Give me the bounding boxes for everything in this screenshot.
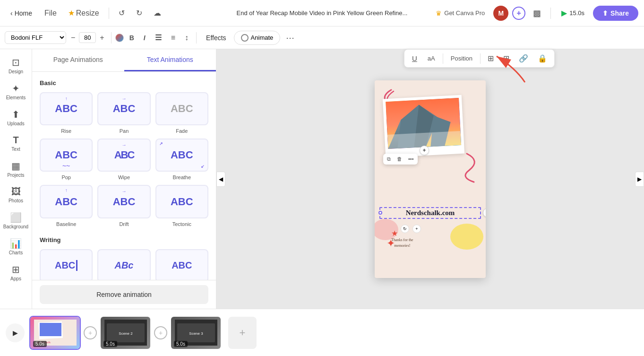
align-button[interactable]: ☰ xyxy=(151,31,165,44)
add-between-2-3[interactable]: + xyxy=(154,326,167,339)
photo-copy-button[interactable]: ⧉ xyxy=(384,155,394,164)
avatar[interactable]: M xyxy=(493,6,508,21)
animation-tectonic[interactable]: ABC Tectonic xyxy=(155,185,208,226)
resize-handle-left[interactable] xyxy=(378,211,382,215)
add-element-button[interactable]: + xyxy=(420,146,429,155)
font-size-decrease-button[interactable]: − xyxy=(68,33,78,43)
animate-button[interactable]: Animate xyxy=(234,31,281,45)
timeline-track-2[interactable]: Scene 2 5.0s xyxy=(100,316,151,350)
link-button[interactable]: 🔗 xyxy=(515,52,532,65)
ascend-preview: ABc xyxy=(97,249,150,280)
tectonic-text: ABC xyxy=(171,196,193,208)
breathe-preview: ↗ ↙ ABC xyxy=(155,139,208,172)
animation-typewriter[interactable]: ABC Typewriter xyxy=(40,249,93,280)
file-button[interactable]: File xyxy=(41,6,60,20)
font-family-select[interactable]: Bodoni FLF xyxy=(5,31,66,44)
undo-button[interactable]: ↺ xyxy=(115,6,129,20)
effects-button[interactable]: Effects xyxy=(200,31,232,44)
collapse-panel-button[interactable]: ◀ xyxy=(216,172,225,187)
more-options-button[interactable]: ⋯ xyxy=(282,30,298,45)
share-button[interactable]: ⬆ Share xyxy=(593,6,638,21)
tectonic-label: Tectonic xyxy=(172,221,191,227)
animation-pop[interactable]: 〜〜 ABC Pop xyxy=(40,139,93,180)
animation-baseline[interactable]: ↑ ABC Baseline xyxy=(40,185,93,226)
sidebar-item-design[interactable]: ⊡ Design xyxy=(2,53,30,78)
wipe-arrow-icon: → xyxy=(121,142,126,148)
selected-text-box[interactable]: Nerdschalk.com ↺ xyxy=(379,207,481,219)
animation-ascend[interactable]: ABc Ascend xyxy=(97,249,150,280)
tab-text-label: Text Animations xyxy=(147,56,193,63)
divider xyxy=(109,8,109,19)
font-size-increase-button[interactable]: + xyxy=(97,33,107,43)
design-icon: ⊡ xyxy=(12,57,20,68)
timeline-track-1[interactable]: nerdschalk 5.0s xyxy=(29,316,81,350)
add-collaborator-button[interactable]: + xyxy=(512,7,525,20)
writing-animations-grid: ABC Typewriter ABc Ascend ABC Shift xyxy=(40,249,208,280)
add-between-1-2[interactable]: + xyxy=(84,326,97,339)
sidebar-item-elements[interactable]: ✦ Elements xyxy=(2,79,30,104)
sidebar-item-uploads[interactable]: ⬆ Uploads xyxy=(2,105,30,130)
play-icon: ▶ xyxy=(561,9,567,17)
timeline-track-3[interactable]: Scene 3 5.0s xyxy=(170,316,222,350)
typewriter-text: ABC xyxy=(55,260,77,271)
lock-button[interactable]: 🔒 xyxy=(534,52,550,65)
timeline-play-button[interactable]: ▶ xyxy=(6,323,25,342)
analytics-button[interactable]: ▩ xyxy=(529,5,545,21)
uploads-label: Uploads xyxy=(7,121,25,126)
sidebar-item-photos[interactable]: 🖼 Photos xyxy=(2,182,30,207)
svg-text:Scene 3: Scene 3 xyxy=(189,331,203,336)
home-button[interactable]: ‹ Home xyxy=(6,7,37,20)
italic-button[interactable]: I xyxy=(140,32,149,44)
basic-section-title: Basic xyxy=(40,79,208,87)
preview-play-button[interactable]: ▶ 15.0s xyxy=(557,6,589,20)
ascend-text: ABc xyxy=(114,260,133,271)
text-label: Text xyxy=(11,147,20,152)
animation-breathe[interactable]: ↗ ↙ ABC Breathe xyxy=(155,139,208,180)
resize-button[interactable]: ★ Resize xyxy=(64,6,103,20)
sidebar-item-apps[interactable]: ⊞ Apps xyxy=(2,260,30,285)
add-scene-button[interactable]: + xyxy=(228,317,257,349)
position-button[interactable]: Position xyxy=(447,52,476,64)
bold-button[interactable]: B xyxy=(126,32,138,44)
text-color-picker[interactable] xyxy=(115,34,124,42)
photo-more-button[interactable]: ••• xyxy=(405,155,417,164)
get-canva-pro-button[interactable]: ♛ Get Canva Pro xyxy=(431,7,489,20)
track-1-duration-value: 5.0s xyxy=(35,341,44,347)
file-label: File xyxy=(44,9,57,17)
rotate-handle[interactable]: ↺ xyxy=(483,208,486,217)
topbar-left: ‹ Home File ★ Resize ↺ ↻ ☁ xyxy=(6,6,165,20)
expand-panel-button[interactable]: ▶ xyxy=(635,172,644,187)
redo-button[interactable]: ↻ xyxy=(132,6,146,20)
style-button[interactable]: ⊞ xyxy=(484,52,497,65)
animation-drift[interactable]: → ABC Drift xyxy=(97,185,150,226)
photo-delete-button[interactable]: 🗑 xyxy=(394,155,405,164)
tab-text-animations[interactable]: Text Animations xyxy=(124,49,216,71)
font-case-button[interactable]: aA xyxy=(424,52,439,64)
remove-animation-area: Remove animation xyxy=(32,280,216,309)
font-size-input[interactable] xyxy=(79,32,96,43)
remove-animation-button[interactable]: Remove animation xyxy=(40,285,208,304)
uploads-icon: ⬆ xyxy=(12,109,20,120)
sidebar-item-text[interactable]: T Text xyxy=(2,131,30,156)
grid-button[interactable]: ⊞ xyxy=(500,52,513,65)
animation-fade[interactable]: ABC Fade xyxy=(155,92,208,134)
sidebar-item-background[interactable]: ⬜ Background xyxy=(2,208,30,233)
tab-page-animations[interactable]: Page Animations xyxy=(32,49,124,71)
animation-rise[interactable]: ↑ ABC Rise xyxy=(40,92,93,134)
tectonic-preview: ABC xyxy=(155,185,208,218)
animation-pan[interactable]: → ABC Pan xyxy=(97,92,150,134)
add-handle[interactable]: + xyxy=(412,225,421,233)
spacing-button[interactable]: ↕ xyxy=(181,31,192,44)
wiggle-handle[interactable]: ↻ xyxy=(401,225,409,233)
animation-shift[interactable]: ABC Shift xyxy=(155,249,208,280)
rise-text: ABC xyxy=(55,103,77,115)
cloud-save-button[interactable]: ☁ xyxy=(150,6,165,20)
underline-button[interactable]: U xyxy=(408,52,421,65)
resize-label: Resize xyxy=(76,9,99,17)
animation-wipe[interactable]: → ABC Wipe xyxy=(97,139,150,180)
sidebar-item-projects[interactable]: ▦ Projects xyxy=(2,156,30,182)
track-2-duration: 5.0s xyxy=(103,341,117,347)
list-button[interactable]: ≡ xyxy=(167,31,179,44)
charts-icon: 📊 xyxy=(10,238,22,249)
sidebar-item-charts[interactable]: 📊 Charts xyxy=(2,234,30,259)
